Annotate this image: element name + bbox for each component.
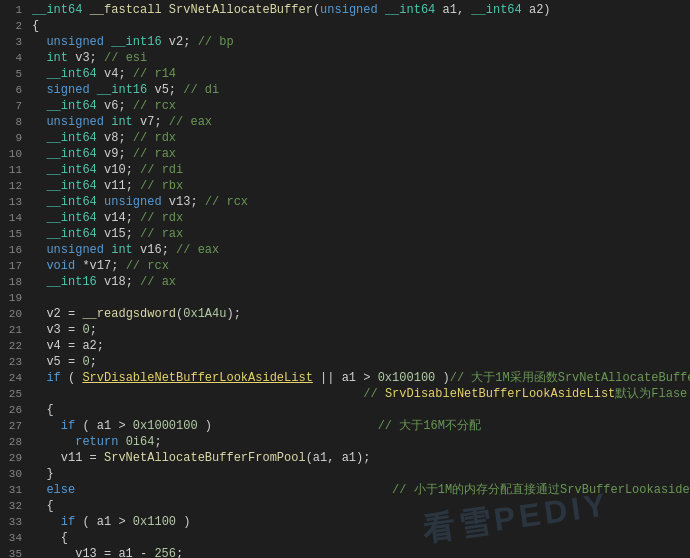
line-content: { (28, 402, 690, 418)
line-content: __int64 v4; // r14 (28, 66, 690, 82)
table-row: 25 // SrvDisableNetBufferLookAsideList默认… (0, 386, 690, 402)
line-number: 21 (0, 322, 28, 338)
line-number: 8 (0, 114, 28, 130)
line-number: 26 (0, 402, 28, 418)
line-content: __int16 v18; // ax (28, 274, 690, 290)
table-row: 34 { (0, 530, 690, 546)
line-content: v5 = 0; (28, 354, 690, 370)
line-number: 30 (0, 466, 28, 482)
table-row: 22 v4 = a2; (0, 338, 690, 354)
table-row: 30 } (0, 466, 690, 482)
line-number: 10 (0, 146, 28, 162)
line-content: __int64 __fastcall SrvNetAllocateBuffer(… (28, 2, 690, 18)
table-row: 35 v13 = a1 - 256; (0, 546, 690, 558)
line-content: __int64 v15; // rax (28, 226, 690, 242)
table-row: 13 __int64 unsigned v13; // rcx (0, 194, 690, 210)
line-content: v4 = a2; (28, 338, 690, 354)
line-number: 34 (0, 530, 28, 546)
line-content: { (28, 18, 690, 34)
table-row: 5 __int64 v4; // r14 (0, 66, 690, 82)
line-number: 27 (0, 418, 28, 434)
line-content: void *v17; // rcx (28, 258, 690, 274)
line-content: return 0i64; (28, 434, 690, 450)
line-number: 5 (0, 66, 28, 82)
line-number: 35 (0, 546, 28, 558)
line-number: 1 (0, 2, 28, 18)
line-content: unsigned int v16; // eax (28, 242, 690, 258)
line-content: __int64 v11; // rbx (28, 178, 690, 194)
line-content: { (28, 530, 690, 546)
line-number: 22 (0, 338, 28, 354)
line-number: 29 (0, 450, 28, 466)
line-content: __int64 v9; // rax (28, 146, 690, 162)
line-content: v2 = __readgsdword(0x1A4u); (28, 306, 690, 322)
line-number: 14 (0, 210, 28, 226)
line-content: { (28, 498, 690, 514)
line-number: 12 (0, 178, 28, 194)
code-area: 1__int64 __fastcall SrvNetAllocateBuffer… (0, 0, 690, 558)
line-number: 23 (0, 354, 28, 370)
line-content: __int64 v10; // rdi (28, 162, 690, 178)
line-content: __int64 v6; // rcx (28, 98, 690, 114)
line-content: else // 小于1M的内存分配直接通过SrvBufferLookasides… (28, 482, 690, 498)
table-row: 6 signed __int16 v5; // di (0, 82, 690, 98)
line-number: 6 (0, 82, 28, 98)
line-number: 2 (0, 18, 28, 34)
line-content: if ( SrvDisableNetBufferLookAsideList ||… (28, 370, 690, 386)
line-content: __int64 v14; // rdx (28, 210, 690, 226)
table-row: 32 { (0, 498, 690, 514)
table-row: 4 int v3; // esi (0, 50, 690, 66)
line-content: unsigned __int16 v2; // bp (28, 34, 690, 50)
table-row: 27 if ( a1 > 0x1000100 ) // 大于16M不分配 (0, 418, 690, 434)
line-content: // SrvDisableNetBufferLookAsideList默认为Fl… (28, 386, 690, 402)
line-number: 25 (0, 386, 28, 402)
table-row: 31 else // 小于1M的内存分配直接通过SrvBufferLookasi… (0, 482, 690, 498)
line-content: v3 = 0; (28, 322, 690, 338)
line-number: 20 (0, 306, 28, 322)
table-row: 14 __int64 v14; // rdx (0, 210, 690, 226)
table-row: 1__int64 __fastcall SrvNetAllocateBuffer… (0, 2, 690, 18)
line-content: } (28, 466, 690, 482)
line-number: 32 (0, 498, 28, 514)
line-number: 13 (0, 194, 28, 210)
table-row: 21 v3 = 0; (0, 322, 690, 338)
table-row: 28 return 0i64; (0, 434, 690, 450)
line-number: 16 (0, 242, 28, 258)
line-number: 3 (0, 34, 28, 50)
line-number: 28 (0, 434, 28, 450)
table-row: 10 __int64 v9; // rax (0, 146, 690, 162)
table-row: 8 unsigned int v7; // eax (0, 114, 690, 130)
line-number: 7 (0, 98, 28, 114)
line-content: int v3; // esi (28, 50, 690, 66)
table-row: 2{ (0, 18, 690, 34)
table-row: 12 __int64 v11; // rbx (0, 178, 690, 194)
table-row: 19 (0, 290, 690, 306)
line-content: if ( a1 > 0x1000100 ) // 大于16M不分配 (28, 418, 690, 434)
line-number: 17 (0, 258, 28, 274)
line-number: 18 (0, 274, 28, 290)
table-row: 3 unsigned __int16 v2; // bp (0, 34, 690, 50)
line-content: if ( a1 > 0x1100 ) (28, 514, 690, 530)
line-content: v11 = SrvNetAllocateBufferFromPool(a1, a… (28, 450, 690, 466)
line-number: 24 (0, 370, 28, 386)
line-number: 9 (0, 130, 28, 146)
table-row: 9 __int64 v8; // rdx (0, 130, 690, 146)
code-container: 1__int64 __fastcall SrvNetAllocateBuffer… (0, 0, 690, 558)
line-number: 4 (0, 50, 28, 66)
table-row: 33 if ( a1 > 0x1100 ) (0, 514, 690, 530)
line-content: __int64 unsigned v13; // rcx (28, 194, 690, 210)
line-content: __int64 v8; // rdx (28, 130, 690, 146)
line-number: 19 (0, 290, 28, 306)
line-content: signed __int16 v5; // di (28, 82, 690, 98)
line-number: 15 (0, 226, 28, 242)
line-content: unsigned int v7; // eax (28, 114, 690, 130)
table-row: 26 { (0, 402, 690, 418)
line-number: 31 (0, 482, 28, 498)
line-content: v13 = a1 - 256; (28, 546, 690, 558)
table-row: 29 v11 = SrvNetAllocateBufferFromPool(a1… (0, 450, 690, 466)
table-row: 24 if ( SrvDisableNetBufferLookAsideList… (0, 370, 690, 386)
table-row: 18 __int16 v18; // ax (0, 274, 690, 290)
table-row: 17 void *v17; // rcx (0, 258, 690, 274)
table-row: 23 v5 = 0; (0, 354, 690, 370)
table-row: 11 __int64 v10; // rdi (0, 162, 690, 178)
